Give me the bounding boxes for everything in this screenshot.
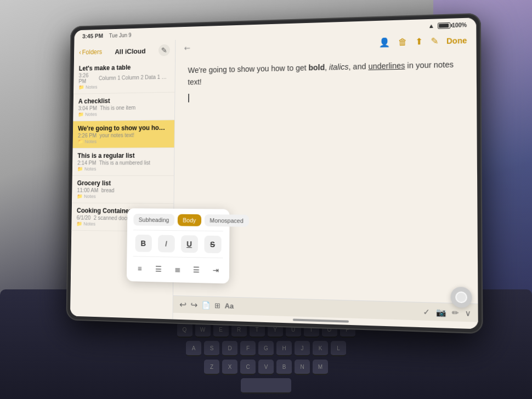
key-h[interactable]: H: [276, 341, 292, 356]
checkmark-icon[interactable]: ✓: [423, 307, 430, 316]
indent-button[interactable]: ⇥: [209, 263, 223, 278]
format-popup: Subheading Body Monospaced B I U S ≡ ☰ ≣: [127, 208, 230, 283]
bold-button[interactable]: B: [135, 235, 152, 252]
note-preview-1: Column 1 Column 2 Data 1 Data 2: [99, 73, 170, 81]
bulleted-list-button[interactable]: ≡: [133, 261, 146, 276]
note-meta-3: 2:26 PM your notes text!: [78, 132, 169, 139]
toolbar-left: ↖: [184, 43, 190, 52]
key-space[interactable]: [241, 378, 291, 394]
note-icon[interactable]: 📄: [202, 301, 211, 309]
subheading-button[interactable]: Subheading: [133, 214, 174, 226]
note-folder-3: 📁 Notes: [78, 138, 169, 144]
note-item-2[interactable]: A checklist 3:04 PM This is one item 📁 N…: [73, 93, 174, 122]
key-j[interactable]: J: [295, 341, 310, 356]
table-icon[interactable]: ⊞: [214, 301, 220, 310]
wifi-icon: ▲: [428, 22, 435, 30]
collaborators-icon[interactable]: 👤: [379, 37, 390, 48]
status-right: ▲ 100%: [428, 21, 467, 29]
italic-button[interactable]: I: [158, 235, 175, 253]
key-x[interactable]: X: [222, 360, 237, 375]
note-meta-4: 2:14 PM This is a numbered list: [77, 160, 169, 166]
key-l[interactable]: L: [331, 341, 346, 356]
numbered-list-button[interactable]: ≣: [171, 261, 184, 277]
share-icon[interactable]: ⬆: [415, 36, 423, 47]
note-meta-1: 3:26 PM Column 1 Column 2 Data 1 Data 2: [78, 71, 169, 84]
text-before-bold: We're going to show you how to get: [188, 63, 309, 75]
note-item-4[interactable]: This is a regular list 2:14 PM This is a…: [72, 148, 174, 176]
folder-icon-2: 📁: [78, 112, 83, 117]
align-left-button[interactable]: ☰: [190, 262, 204, 277]
note-preview-5: bread: [101, 187, 115, 193]
note-time-5: 11:00 AM: [77, 187, 98, 193]
status-time: 3:45 PM: [82, 32, 103, 39]
format-text-icon[interactable]: Aa: [225, 301, 234, 310]
bottom-toolbar-left: ↩ ↪ 📄 ⊞ Aa: [179, 299, 417, 317]
compose-icon[interactable]: ✎: [431, 36, 438, 47]
note-preview-2: This is one item: [100, 105, 135, 111]
key-n[interactable]: N: [295, 360, 310, 375]
underline-button[interactable]: U: [181, 235, 198, 253]
body-button[interactable]: Body: [177, 214, 201, 226]
note-time-4: 2:14 PM: [77, 160, 96, 166]
strikethrough-button[interactable]: S: [204, 236, 221, 253]
text-and: , and: [349, 62, 369, 71]
key-z[interactable]: Z: [204, 360, 219, 375]
pen-icon[interactable]: ✏: [452, 307, 459, 317]
ipad-frame: 3:45 PM Tue Jun 9 ▲ 100% ‹: [66, 13, 483, 334]
folder-icon-4: 📁: [77, 166, 83, 172]
note-folder-5: 📁 Notes: [77, 193, 168, 200]
note-meta-5: 11:00 AM bread: [77, 187, 168, 193]
dashed-list-button[interactable]: ☰: [151, 261, 165, 277]
note-item-5[interactable]: Grocery list 11:00 AM bread 📁 Notes: [72, 176, 174, 204]
key-c[interactable]: C: [240, 360, 256, 375]
note-folder-1: 📁 Notes: [78, 83, 169, 90]
note-title-2: A checklist: [78, 96, 169, 105]
format-style-buttons: B I U S: [133, 230, 223, 253]
note-item-3[interactable]: We're going to show you how to get bol..…: [73, 120, 174, 149]
key-v[interactable]: V: [258, 360, 274, 375]
text-underline: underlines: [368, 61, 405, 71]
home-button-inner: [455, 292, 467, 304]
sidebar-header: ‹ Folders All iCloud ✎: [74, 40, 176, 61]
camera-icon[interactable]: 📷: [436, 307, 446, 317]
key-f[interactable]: F: [240, 341, 256, 356]
diagonal-arrow-icon: ↖: [182, 43, 193, 53]
key-d[interactable]: D: [222, 341, 237, 356]
sidebar-back-button[interactable]: ‹ Folders: [79, 48, 102, 56]
monospaced-button[interactable]: Monospaced: [205, 214, 249, 227]
done-button[interactable]: Done: [446, 36, 467, 45]
key-k[interactable]: K: [313, 341, 328, 356]
key-b[interactable]: B: [276, 360, 292, 375]
sidebar-title: All iCloud: [115, 47, 145, 55]
toolbar-right: 👤 🗑 ⬆ ✎ Done: [379, 35, 467, 48]
folder-icon-6: 📁: [77, 221, 82, 226]
key-a[interactable]: A: [186, 341, 201, 356]
note-title-4: This is a regular list: [77, 152, 169, 159]
key-q[interactable]: Q: [177, 322, 193, 338]
list-format-row: ≡ ☰ ≣ ☰ ⇥: [133, 256, 223, 278]
new-note-button[interactable]: ✎: [159, 44, 170, 56]
format-style-row: Subheading Body Monospaced: [133, 214, 223, 226]
key-m[interactable]: M: [313, 360, 328, 375]
key-s[interactable]: S: [204, 341, 219, 356]
chevron-left-icon: ‹: [79, 49, 81, 56]
key-g[interactable]: G: [258, 341, 274, 356]
folder-icon-1: 📁: [78, 84, 84, 90]
folder-icon-3: 📁: [78, 139, 83, 145]
ipad-screen: 3:45 PM Tue Jun 9 ▲ 100% ‹: [70, 18, 478, 329]
compose-icon: ✎: [161, 46, 167, 55]
undo-button[interactable]: ↩: [179, 299, 186, 310]
floating-home-button[interactable]: [451, 287, 472, 308]
note-folder-2: 📁 Notes: [78, 111, 169, 117]
trash-icon[interactable]: 🗑: [398, 37, 408, 47]
battery-bar: [438, 22, 450, 29]
redo-button[interactable]: ↪: [190, 300, 197, 310]
cursor-container: [188, 89, 462, 104]
text-cursor: [188, 94, 189, 102]
note-time-1: 3:26 PM: [78, 72, 95, 84]
note-item-1[interactable]: Let's make a table 3:26 PM Column 1 Colu…: [73, 59, 175, 94]
text-bold: bold: [308, 63, 325, 72]
note-time-3: 2:26 PM: [78, 133, 97, 139]
sidebar: ‹ Folders All iCloud ✎ Let's make a tabl…: [70, 40, 176, 320]
chevron-down-icon[interactable]: ∨: [465, 308, 471, 317]
